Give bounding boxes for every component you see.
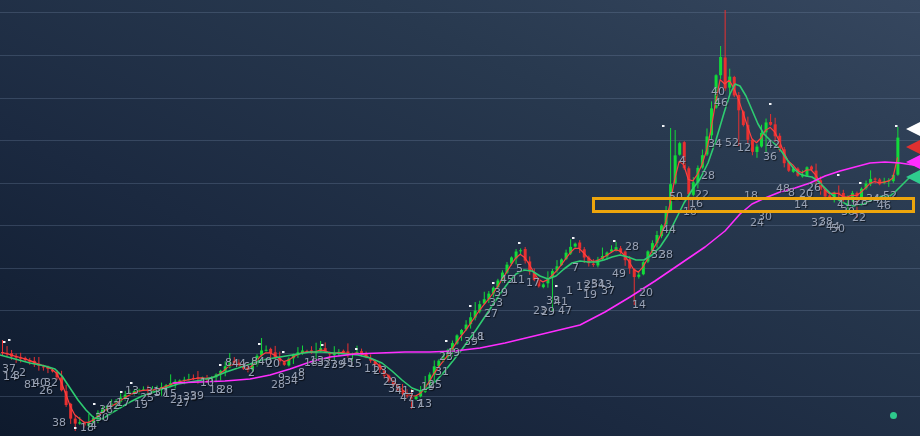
price-arrow-marker-white-icon [906,122,920,136]
price-arrow-marker-red-icon [906,140,920,154]
price-arrow-marker-green-icon [906,170,920,184]
signal-dot-icon [890,412,897,419]
highlight-box[interactable] [592,197,915,213]
price-arrow-marker-magenta-icon [906,155,920,169]
candlestick-chart: 3714328140322638184303642171319253137152… [0,0,920,436]
price-canvas [0,0,920,436]
